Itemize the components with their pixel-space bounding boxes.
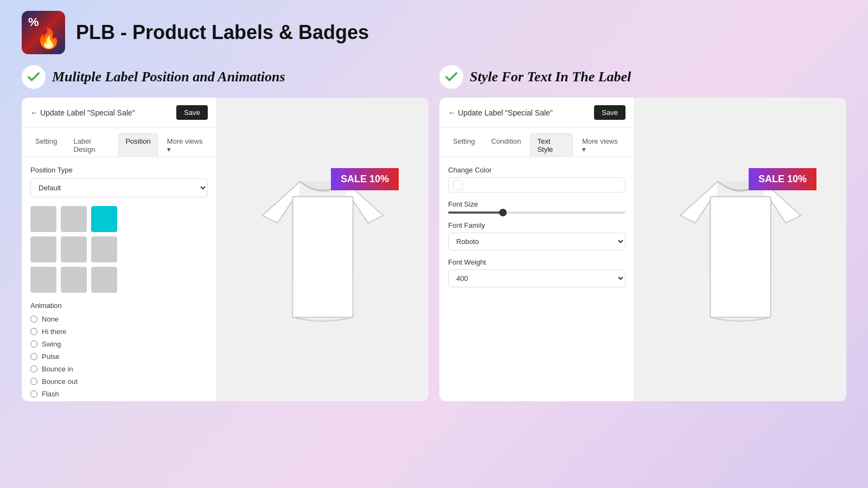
left-check-icon bbox=[22, 65, 46, 89]
tab-condition-right[interactable]: Condition bbox=[484, 133, 528, 157]
right-sale-badge: SALE 10% bbox=[749, 168, 816, 190]
right-check-icon bbox=[439, 65, 463, 89]
tab-more-right[interactable]: More views ▾ bbox=[575, 133, 628, 157]
pos-cell-6[interactable] bbox=[30, 267, 56, 293]
position-grid bbox=[30, 206, 208, 293]
font-weight-select[interactable]: 400 700 900 bbox=[448, 269, 626, 287]
left-panel-preview: SALE 10% bbox=[217, 98, 429, 401]
left-back-label: ← Update Label "Special Sale" bbox=[30, 108, 135, 117]
right-panel: ← Update Label "Special Sale" Save Setti… bbox=[439, 98, 846, 401]
font-size-section: Font Size bbox=[448, 200, 626, 214]
font-size-slider-row bbox=[448, 211, 626, 214]
right-back-label: ← Update Label "Special Sale" bbox=[448, 108, 553, 117]
tab-setting-left[interactable]: Setting bbox=[28, 133, 64, 157]
left-panel-content: Position Type Default bbox=[22, 157, 216, 401]
left-section-title: Mulitple Label Position and Animations bbox=[52, 69, 285, 85]
tab-more-left[interactable]: More views ▾ bbox=[160, 133, 210, 157]
app-title: PLB - Product Labels & Badges bbox=[76, 21, 369, 44]
anim-swing[interactable]: Swing bbox=[30, 340, 208, 348]
logo-flame: 🔥 bbox=[36, 27, 61, 50]
pos-cell-1[interactable] bbox=[61, 206, 87, 232]
color-input-row[interactable] bbox=[448, 177, 626, 192]
right-tabs: Setting Condition Text Style More views … bbox=[439, 128, 634, 157]
tab-position-left[interactable]: Position bbox=[118, 133, 157, 157]
pos-cell-7[interactable] bbox=[61, 267, 87, 293]
right-panel-header: ← Update Label "Special Sale" Save bbox=[439, 98, 634, 128]
pos-cell-8[interactable] bbox=[91, 267, 117, 293]
right-save-button[interactable]: Save bbox=[594, 105, 626, 120]
animation-radio-group: None Hi there Swing Pulse Bounce in Boun… bbox=[30, 315, 208, 401]
svg-rect-0 bbox=[292, 197, 353, 318]
left-panel-header: ← Update Label "Special Sale" Save bbox=[22, 98, 216, 128]
left-panel: ← Update Label "Special Sale" Save Setti… bbox=[22, 98, 429, 401]
animation-section-label: Animation bbox=[30, 301, 208, 310]
right-section-heading: Style For Text In The Label bbox=[439, 65, 846, 89]
tab-setting-right[interactable]: Setting bbox=[446, 133, 482, 157]
font-family-select[interactable]: Roboto Arial Georgia bbox=[448, 233, 626, 251]
font-weight-label: Font Weight bbox=[448, 258, 626, 266]
pos-cell-4[interactable] bbox=[61, 236, 87, 262]
tab-label-design-left[interactable]: Label Design bbox=[66, 133, 116, 157]
anim-hithere[interactable]: Hi there bbox=[30, 328, 208, 336]
color-swatch bbox=[453, 180, 463, 190]
left-tabs: Setting Label Design Position More views… bbox=[22, 128, 216, 157]
left-tshirt-container: SALE 10% bbox=[241, 152, 404, 347]
right-panel-content: Change Color Font Size Font Family Robot… bbox=[439, 157, 634, 401]
pos-cell-2[interactable] bbox=[91, 206, 117, 232]
anim-bounceout[interactable]: Bounce out bbox=[30, 377, 208, 386]
right-tshirt-container: SALE 10% bbox=[659, 152, 822, 347]
pos-cell-0[interactable] bbox=[30, 206, 56, 232]
right-panel-preview: SALE 10% bbox=[635, 98, 846, 401]
pos-cell-3[interactable] bbox=[30, 236, 56, 262]
left-section: Mulitple Label Position and Animations ←… bbox=[16, 65, 434, 401]
svg-rect-1 bbox=[710, 197, 770, 318]
left-panel-controls: ← Update Label "Special Sale" Save Setti… bbox=[22, 98, 217, 401]
anim-pulse[interactable]: Pulse bbox=[30, 352, 208, 361]
anim-none[interactable]: None bbox=[30, 315, 208, 323]
change-color-label: Change Color bbox=[448, 166, 626, 174]
pos-cell-5[interactable] bbox=[91, 236, 117, 262]
anim-flash[interactable]: Flash bbox=[30, 390, 208, 398]
font-family-label: Font Family bbox=[448, 221, 626, 229]
app-header: % 🔥 PLB - Product Labels & Badges bbox=[0, 0, 868, 65]
font-size-slider[interactable] bbox=[448, 211, 626, 214]
position-type-select[interactable]: Default bbox=[30, 178, 208, 197]
app-logo: % 🔥 bbox=[22, 11, 65, 54]
right-panel-controls: ← Update Label "Special Sale" Save Setti… bbox=[439, 98, 635, 401]
font-size-label: Font Size bbox=[448, 200, 626, 208]
anim-bouncein[interactable]: Bounce in bbox=[30, 365, 208, 373]
left-save-button[interactable]: Save bbox=[176, 105, 208, 120]
left-section-heading: Mulitple Label Position and Animations bbox=[22, 65, 429, 89]
position-type-label: Position Type bbox=[30, 166, 208, 174]
right-section: Style For Text In The Label ← Update Lab… bbox=[434, 65, 852, 401]
left-sale-badge: SALE 10% bbox=[331, 168, 399, 190]
tab-textstyle-right[interactable]: Text Style bbox=[530, 133, 572, 157]
right-section-title: Style For Text In The Label bbox=[470, 69, 631, 85]
sections-container: Mulitple Label Position and Animations ←… bbox=[0, 65, 868, 401]
